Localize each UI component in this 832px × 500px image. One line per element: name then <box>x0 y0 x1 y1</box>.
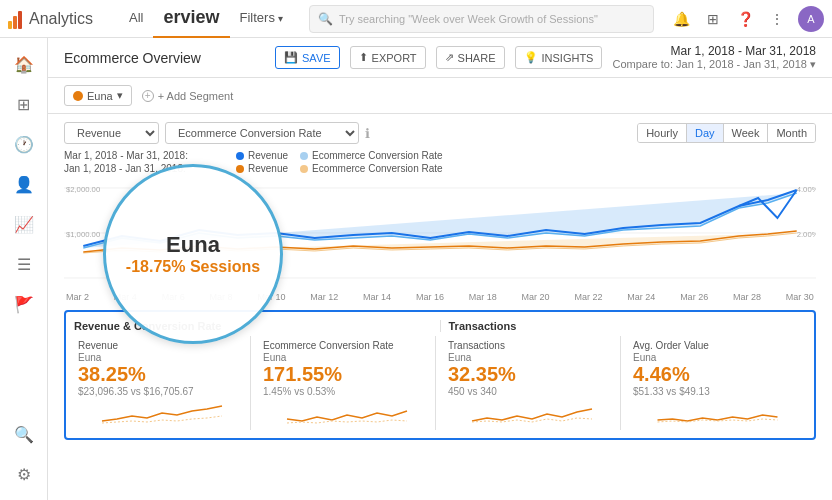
logo-icon <box>8 9 23 29</box>
section1-header: Revenue & Conversion Rate <box>74 320 441 332</box>
stat-sublabel-transactions: Euna <box>448 352 616 363</box>
segment-selector[interactable]: Euna ▾ <box>64 85 132 106</box>
sidebar-item-audience[interactable]: 👤 <box>6 166 42 202</box>
stat-value-avg-order: 4.46% <box>633 363 802 386</box>
stat-comparison-revenue: $23,096.35 vs $16,705.67 <box>78 386 246 397</box>
grid-icon[interactable]: ⊞ <box>702 8 724 30</box>
stat-value-revenue: 38.25% <box>78 363 246 386</box>
export-button[interactable]: ⬆ EXPORT <box>350 46 426 69</box>
add-icon: + <box>142 90 154 102</box>
stat-comparison-conversion: 1.45% vs 0.53% <box>263 386 431 397</box>
top-nav-icons: 🔔 ⊞ ❓ ⋮ A <box>670 6 824 32</box>
sidebar-item-home[interactable]: 🏠 <box>6 46 42 82</box>
help-icon[interactable]: ❓ <box>734 8 756 30</box>
share-icon: ⇗ <box>445 51 454 64</box>
stat-sparkline-conversion <box>263 401 431 426</box>
search-placeholder: Try searching "Week over Week Growth of … <box>339 13 598 25</box>
sidebar-item-settings[interactable]: ⚙ <box>6 456 42 492</box>
legend-revenue-2: Revenue <box>236 163 288 174</box>
chevron-down-icon: ▾ <box>810 58 816 70</box>
week-button[interactable]: Week <box>724 124 769 142</box>
chart-controls: Revenue Ecommerce Conversion Rate ℹ Hour… <box>64 122 816 144</box>
metric2-dropdown[interactable]: Ecommerce Conversion Rate <box>165 122 359 144</box>
stats-grid: Revenue Euna 38.25% $23,096.35 vs $16,70… <box>74 336 806 430</box>
stat-value-conversion: 171.55% <box>263 363 431 386</box>
segment-popup-value: -18.75% Sessions <box>126 258 260 276</box>
compare-date: Compare to: Jan 1, 2018 - Jan 31, 2018 ▾ <box>612 58 816 71</box>
main-layout: 🏠 ⊞ 🕐 👤 📈 ☰ 🚩 🔍 ⚙ Ecommerce Overview 💾 S… <box>0 38 832 500</box>
sidebar-item-behavior[interactable]: ☰ <box>6 246 42 282</box>
info-icon: ℹ <box>365 126 370 141</box>
legend-dot-conversion-2 <box>300 165 308 173</box>
top-nav: Analytics All erview Filters 🔍 Try searc… <box>0 0 832 38</box>
avatar[interactable]: A <box>798 6 824 32</box>
nav-tab-all[interactable]: All <box>119 0 153 38</box>
stat-card-transactions: Transactions Euna 32.35% 450 vs 340 <box>444 336 621 430</box>
stat-sublabel-conversion: Euna <box>263 352 431 363</box>
stat-value-transactions: 32.35% <box>448 363 616 386</box>
overview-section: Euna -18.75% Sessions Revenue Ecommerce … <box>48 114 832 302</box>
save-icon: 💾 <box>284 51 298 64</box>
date-range: Mar 1, 2018 - Mar 31, 2018 Compare to: J… <box>612 44 816 71</box>
segment-row: Euna ▾ + + Add Segment <box>48 78 832 114</box>
insights-button[interactable]: 💡 INSIGHTS <box>515 46 603 69</box>
metric-selectors: Revenue Ecommerce Conversion Rate ℹ <box>64 122 370 144</box>
nav-tabs: All erview Filters <box>119 0 293 38</box>
stat-comparison-transactions: 450 vs 340 <box>448 386 616 397</box>
search-bar[interactable]: 🔍 Try searching "Week over Week Growth o… <box>309 5 654 33</box>
section2-header: Transactions <box>441 320 807 332</box>
save-button[interactable]: 💾 SAVE <box>275 46 340 69</box>
legend-conversion-2: Ecommerce Conversion Rate <box>300 163 443 174</box>
legend-row-1: Mar 1, 2018 - Mar 31, 2018: Revenue Ecom… <box>64 150 816 161</box>
svg-text:$2,000.00: $2,000.00 <box>66 185 101 194</box>
segment-popup-name: Euna <box>166 232 220 258</box>
day-button[interactable]: Day <box>687 124 724 142</box>
sidebar: 🏠 ⊞ 🕐 👤 📈 ☰ 🚩 🔍 ⚙ <box>0 38 48 500</box>
search-icon: 🔍 <box>318 12 333 26</box>
stat-card-revenue: Revenue Euna 38.25% $23,096.35 vs $16,70… <box>74 336 251 430</box>
hourly-button[interactable]: Hourly <box>638 124 687 142</box>
app-logo: Analytics <box>8 9 113 29</box>
stat-label-transactions: Transactions <box>448 340 616 351</box>
stat-sparkline-transactions <box>448 401 616 426</box>
sidebar-item-acquisition[interactable]: 📈 <box>6 206 42 242</box>
share-button[interactable]: ⇗ SHARE <box>436 46 505 69</box>
stat-label-conversion: Ecommerce Conversion Rate <box>263 340 431 351</box>
svg-text:4.00%: 4.00% <box>797 185 816 194</box>
stat-card-conversion: Ecommerce Conversion Rate Euna 171.55% 1… <box>259 336 436 430</box>
stat-sparkline-avg-order <box>633 401 802 426</box>
bell-icon[interactable]: 🔔 <box>670 8 692 30</box>
sidebar-item-dashboard[interactable]: ⊞ <box>6 86 42 122</box>
stat-card-avg-order: Avg. Order Value Euna 4.46% $51.33 vs $4… <box>629 336 806 430</box>
legend-revenue-1: Revenue <box>236 150 288 161</box>
legend-dot-revenue-1 <box>236 152 244 160</box>
metric1-dropdown[interactable]: Revenue <box>64 122 159 144</box>
content-area: Ecommerce Overview 💾 SAVE ⬆ EXPORT ⇗ SHA… <box>48 38 832 500</box>
stat-label-revenue: Revenue <box>78 340 246 351</box>
legend-conversion-1: Ecommerce Conversion Rate <box>300 150 443 161</box>
stat-comparison-avg-order: $51.33 vs $49.13 <box>633 386 802 397</box>
svg-text:$1,000.00: $1,000.00 <box>66 230 101 239</box>
month-button[interactable]: Month <box>768 124 815 142</box>
svg-text:2.00%: 2.00% <box>797 230 816 239</box>
add-segment-button[interactable]: + + Add Segment <box>142 90 234 102</box>
page-heading: erview <box>163 7 219 28</box>
stat-label-avg-order: Avg. Order Value <box>633 340 802 351</box>
chevron-down-icon: ▾ <box>117 89 123 102</box>
page-title: Ecommerce Overview <box>64 50 201 66</box>
time-granularity: Hourly Day Week Month <box>637 123 816 143</box>
legend-dot-conversion-1 <box>300 152 308 160</box>
segment-popup: Euna -18.75% Sessions <box>103 164 283 344</box>
stat-sublabel-avg-order: Euna <box>633 352 802 363</box>
more-icon[interactable]: ⋮ <box>766 8 788 30</box>
stat-sparkline-revenue <box>78 401 246 426</box>
legend-dot-revenue-2 <box>236 165 244 173</box>
app-title: Analytics <box>29 10 93 28</box>
export-icon: ⬆ <box>359 51 368 64</box>
nav-tab-filters[interactable]: Filters <box>230 0 293 38</box>
nav-tab-overview[interactable]: erview <box>153 0 229 38</box>
sidebar-item-conversions[interactable]: 🚩 <box>6 286 42 322</box>
sidebar-item-realtime[interactable]: 🕐 <box>6 126 42 162</box>
sidebar-item-search[interactable]: 🔍 <box>6 416 42 452</box>
insights-icon: 💡 <box>524 51 538 64</box>
